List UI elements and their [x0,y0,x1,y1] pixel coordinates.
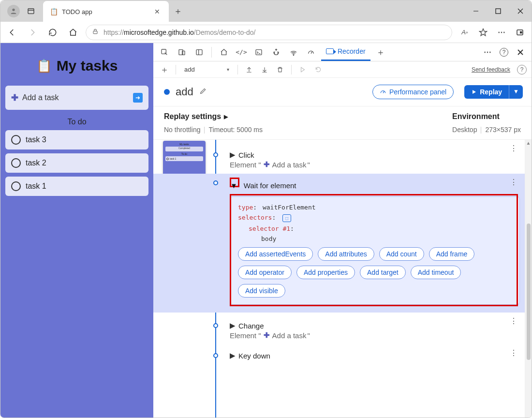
more-icon[interactable]: ⋯ [494,25,509,40]
delete-button[interactable] [274,63,286,76]
chip-add-timeout[interactable]: Add timeout [411,266,461,279]
chip-add-visible[interactable]: Add visible [238,284,285,298]
import-button[interactable] [258,63,271,76]
elements-tab-icon[interactable]: </> [234,45,249,60]
step-marker-icon [213,323,218,328]
devtools-tabs: </> Recorder ＋ ⋯ ? [153,43,532,61]
tab-recorder[interactable]: Recorder [321,44,370,61]
chevron-down-icon: ▾ [227,67,229,72]
svg-line-27 [383,91,384,93]
welcome-tab-icon[interactable] [217,45,231,60]
step-marker-icon [213,152,218,157]
environment-title: Environment [452,112,521,121]
recording-header: add Performance panel Replay ▼ [153,78,532,106]
svg-marker-8 [480,29,487,35]
add-tab-button[interactable]: ＋ [373,45,388,60]
step-menu-icon[interactable]: ⋮ [510,178,518,187]
app-title: My tasks [57,58,118,74]
submit-icon[interactable]: ➜ [133,93,143,103]
step-menu-icon[interactable]: ⋮ [510,316,518,326]
scroll-up-icon[interactable]: ▲ [526,140,531,146]
url-input[interactable]: https://microsoftedge.github.io/Demos/de… [86,25,452,40]
step-detail-panel: type: waitForElement selectors: ⬚ select… [230,196,520,305]
window-titlebar: 📋 TODO app ✕ ＋ [0,0,532,22]
checkbox-icon[interactable] [11,158,21,168]
vertical-scrollbar[interactable]: ▲ [525,140,532,418]
new-tab-button[interactable]: ＋ [169,2,187,20]
chip-add-frame[interactable]: Add frame [429,247,475,261]
window-close-button[interactable] [509,0,532,22]
tab-close-icon[interactable]: ✕ [152,7,162,16]
performance-tab-icon[interactable] [304,45,318,60]
task-item[interactable]: task 2 [5,153,148,173]
task-item[interactable]: task 1 [5,177,148,196]
new-recording-button[interactable]: ＋ [158,63,171,76]
forward-button [25,25,40,40]
chip-add-target[interactable]: Add target [360,266,406,279]
checkbox-icon[interactable] [11,181,21,191]
step-marker-icon [213,353,218,358]
collections-icon[interactable] [512,25,528,40]
chip-add-assertedevents[interactable]: Add assertedEvents [238,247,313,261]
expand-icon[interactable]: ▶ [230,321,236,330]
window-minimize-button[interactable] [465,0,487,22]
clipboard-icon: 📋 [36,59,52,74]
dock-icon[interactable] [192,45,207,60]
svg-point-0 [12,9,15,11]
page-content: 📋 My tasks ✚ Add a task ➜ To do task 3 t… [0,43,153,418]
devtools-help-icon[interactable]: ? [497,45,511,60]
read-aloud-icon[interactable]: A» [457,25,473,40]
step-keydown[interactable]: ▶Key down ⋮ [153,344,525,365]
step-click[interactable]: ▶Click Element "✚Add a task" ⋮ [153,140,525,174]
refresh-button[interactable] [45,25,60,40]
checkbox-icon[interactable] [11,135,21,145]
tab-favicon-icon: 📋 [50,8,58,15]
network-tab-icon[interactable] [286,45,301,60]
window-maximize-button[interactable] [487,0,509,22]
export-button[interactable] [243,63,255,76]
expand-icon[interactable]: ▶ [230,150,236,159]
tab-actions-icon[interactable] [25,5,37,17]
chip-add-attributes[interactable]: Add attributes [318,247,374,261]
chip-add-properties[interactable]: Add properties [296,266,355,279]
svg-rect-14 [196,49,202,55]
recorder-timeline: My tasksCompletedTo dotask 1 ▶Click Elem… [153,140,525,418]
device-icon[interactable] [175,45,189,60]
chip-add-count[interactable]: Add count [379,247,424,261]
home-button[interactable] [65,25,81,40]
scroll-thumb[interactable] [527,224,531,360]
step-button [312,63,325,76]
devtools-close-icon[interactable] [513,45,528,60]
replay-dropdown[interactable]: ▼ [509,85,523,99]
performance-panel-button[interactable]: Performance panel [372,85,454,99]
task-item[interactable]: task 3 [5,130,148,149]
favorite-icon[interactable] [475,25,491,40]
toolbar-help-icon[interactable]: ? [517,65,527,75]
collapse-icon[interactable]: ▼ [230,181,237,190]
browser-tab[interactable]: 📋 TODO app ✕ [43,1,169,22]
replay-settings-title[interactable]: Replay settings▶ [164,112,263,121]
svg-marker-28 [473,90,476,94]
step-change[interactable]: ▶Change Element "✚Add a task" ⋮ [153,313,525,344]
profile-icon[interactable] [7,5,20,17]
svg-rect-7 [93,31,97,33]
step-menu-icon[interactable]: ⋮ [510,144,518,153]
add-task-input[interactable]: ✚ Add a task ➜ [5,86,148,110]
chip-add-operator[interactable]: Add operator [238,266,292,279]
tab-label: Recorder [338,47,366,55]
console-tab-icon[interactable] [251,45,266,60]
selector-picker-icon[interactable]: ⬚ [282,214,291,222]
send-feedback-link[interactable]: Send feedback [472,66,510,73]
tab-title: TODO app [62,8,148,15]
sources-tab-icon[interactable] [269,45,283,60]
step-wait-for-element[interactable]: ▼Wait for element ⋮ type: waitForElement… [153,174,525,313]
replay-button[interactable]: Replay [464,85,509,99]
expand-icon[interactable]: ▶ [230,351,236,360]
devtools-more-icon[interactable]: ⋯ [480,45,495,60]
edit-icon[interactable] [199,87,207,97]
step-menu-icon[interactable]: ⋮ [510,348,518,358]
back-button[interactable] [4,25,20,40]
recording-selector[interactable]: add ▾ [181,64,233,75]
inspect-icon[interactable] [157,45,172,60]
section-header: To do [5,118,148,126]
